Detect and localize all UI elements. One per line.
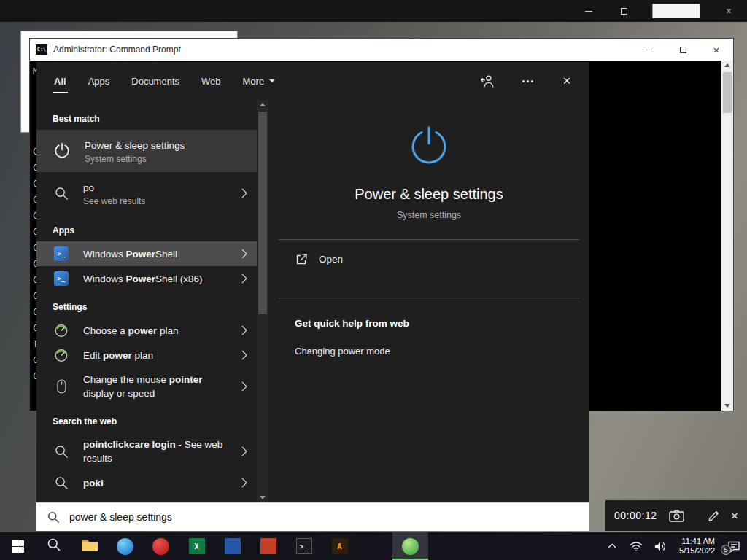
powerplan-icon bbox=[53, 348, 70, 362]
background-window-button[interactable] bbox=[652, 4, 700, 18]
result-text: Windows PowerShell bbox=[83, 242, 226, 266]
network-icon[interactable] bbox=[629, 538, 643, 554]
show-hidden-icons-chevron[interactable] bbox=[605, 538, 619, 554]
taskbar-command-prompt-button[interactable]: >_ bbox=[286, 532, 322, 560]
command-prompt-titlebar[interactable]: C:\ Administrator: Command Prompt × bbox=[30, 39, 733, 61]
close-button[interactable]: × bbox=[700, 39, 733, 61]
results-scroll-down-icon[interactable] bbox=[260, 496, 266, 499]
browser-icon bbox=[117, 538, 133, 555]
taskbar-file-explorer-button[interactable] bbox=[71, 532, 107, 560]
scroll-up-icon[interactable] bbox=[724, 63, 730, 67]
power-icon bbox=[53, 141, 71, 160]
excel-icon: X bbox=[189, 538, 205, 554]
close-recorder-icon[interactable]: × bbox=[731, 510, 738, 522]
taskbar-a-letter-app-button[interactable]: A bbox=[322, 532, 357, 560]
section-header: Apps bbox=[36, 214, 257, 241]
result-text: Choose a power plan bbox=[83, 319, 226, 343]
results-scrollbar[interactable] bbox=[257, 100, 268, 502]
chevron-right-icon bbox=[239, 273, 249, 284]
powershell-icon: >_ bbox=[53, 271, 70, 286]
taskbar-screen-recorder-button[interactable] bbox=[392, 532, 428, 560]
tab-apps[interactable]: Apps bbox=[87, 62, 112, 100]
taskbar-red-circle-app-button[interactable] bbox=[143, 532, 179, 560]
results-scrollbar-thumb[interactable] bbox=[258, 112, 267, 314]
volume-icon[interactable] bbox=[653, 538, 667, 554]
console-scrollbar-thumb[interactable] bbox=[723, 72, 732, 113]
screen-recorder-icon bbox=[402, 538, 419, 555]
background-close-icon[interactable]: × bbox=[722, 4, 735, 18]
edit-icon[interactable] bbox=[708, 510, 720, 522]
taskbar-spacer bbox=[357, 532, 392, 560]
clock-date: 5/15/2022 bbox=[679, 546, 715, 556]
search-result-item[interactable]: Choose a power plan bbox=[36, 318, 257, 343]
result-text: poki bbox=[83, 471, 226, 495]
chevron-right-icon bbox=[239, 446, 249, 456]
camera-icon[interactable] bbox=[669, 510, 684, 522]
result-text: Edit power plan bbox=[83, 343, 226, 368]
open-action[interactable]: Open bbox=[268, 240, 589, 279]
action-center-icon[interactable]: 5 bbox=[727, 538, 741, 554]
recording-toolbar: 00:00:12 × bbox=[605, 500, 747, 531]
window-title: Administrator: Command Prompt bbox=[53, 44, 181, 55]
power-icon bbox=[406, 123, 452, 173]
orange-tile-app-icon bbox=[260, 538, 276, 554]
taskbar: X>_A 11:41 AM 5/15/2022 5 bbox=[0, 532, 747, 560]
open-icon bbox=[295, 252, 309, 266]
cmd-icon: C:\ bbox=[36, 44, 47, 55]
tab-more[interactable]: More bbox=[241, 62, 277, 100]
more-options-icon[interactable] bbox=[519, 73, 535, 89]
result-text: pointclickcare login - See web results bbox=[83, 432, 226, 470]
chevron-right-icon bbox=[239, 188, 249, 198]
search-result-item[interactable]: Change the mouse pointer display or spee… bbox=[36, 368, 257, 405]
section-header: Search the web bbox=[36, 405, 257, 432]
taskbar-excel-button[interactable]: X bbox=[179, 532, 214, 560]
result-text: Change the mouse pointer display or spee… bbox=[83, 368, 226, 405]
windows-logo-icon bbox=[12, 540, 24, 553]
search-result-item[interactable]: Edit power plan bbox=[36, 343, 257, 368]
scroll-down-icon[interactable] bbox=[724, 404, 730, 408]
chevron-down-icon bbox=[269, 79, 275, 85]
search-result-item[interactable]: >_Windows PowerShell (x86) bbox=[36, 266, 257, 291]
result-text: poSee web results bbox=[83, 176, 226, 211]
background-minimize-icon[interactable] bbox=[582, 4, 595, 18]
tab-web[interactable]: Web bbox=[200, 62, 222, 100]
taskbar-orange-tile-app-button[interactable] bbox=[250, 532, 286, 560]
search-result-item[interactable]: >_Windows PowerShell bbox=[36, 241, 257, 266]
help-link-changing-power-mode[interactable]: Changing power mode bbox=[268, 346, 589, 357]
chevron-right-icon bbox=[239, 249, 249, 259]
background-maximize-icon[interactable] bbox=[617, 4, 630, 18]
taskbar-clock[interactable]: 11:41 AM 5/15/2022 bbox=[679, 537, 715, 556]
tab-documents[interactable]: Documents bbox=[130, 62, 181, 100]
search-result-item[interactable]: pointclickcare login - See web results bbox=[36, 432, 257, 470]
tab-all[interactable]: All bbox=[53, 62, 68, 100]
taskbar-search-button[interactable] bbox=[36, 532, 71, 560]
close-search-icon[interactable]: × bbox=[559, 73, 575, 89]
blue-tile-app-icon bbox=[225, 538, 241, 554]
open-label: Open bbox=[319, 254, 343, 265]
search-result-item[interactable]: poki bbox=[36, 470, 257, 495]
search-box[interactable] bbox=[36, 502, 589, 531]
a-letter-app-icon: A bbox=[332, 538, 348, 554]
chevron-right-icon bbox=[239, 325, 249, 335]
chevron-right-icon bbox=[239, 350, 249, 360]
divider bbox=[279, 298, 579, 298]
preview-subtitle: System settings bbox=[397, 210, 461, 220]
search-input[interactable] bbox=[69, 511, 579, 523]
maximize-button[interactable] bbox=[666, 39, 700, 61]
recording-timer: 00:00:12 bbox=[614, 510, 657, 521]
search-result-item[interactable]: Power & sleep settingsSystem settings bbox=[36, 130, 257, 172]
taskbar-start-button[interactable] bbox=[0, 532, 36, 560]
notification-badge: 5 bbox=[721, 545, 731, 555]
results-scroll-up-icon[interactable] bbox=[260, 103, 266, 106]
minimize-button[interactable] bbox=[632, 39, 666, 61]
search-results-list: Best matchPower & sleep settingsSystem s… bbox=[36, 100, 257, 502]
taskbar-browser-button[interactable] bbox=[107, 532, 143, 560]
folder-icon bbox=[81, 538, 98, 555]
help-header: Get quick help from web bbox=[268, 318, 589, 329]
user-account-icon[interactable] bbox=[480, 73, 496, 89]
search-result-item[interactable]: poSee web results bbox=[36, 172, 257, 214]
taskbar-blue-tile-app-button[interactable] bbox=[214, 532, 250, 560]
red-circle-app-icon bbox=[152, 538, 169, 555]
console-scrollbar[interactable] bbox=[721, 61, 733, 411]
result-preview-panel: Power & sleep settings System settings O… bbox=[268, 100, 589, 502]
